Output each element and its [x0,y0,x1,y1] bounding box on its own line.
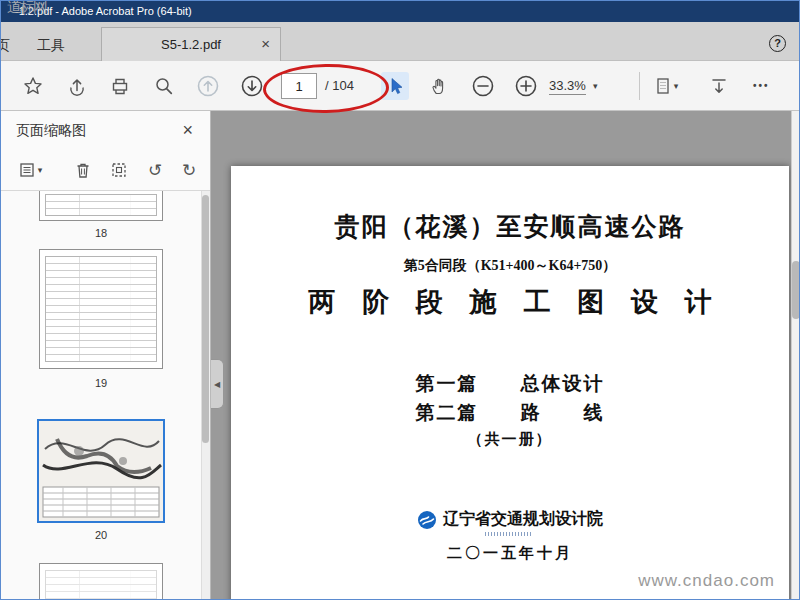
zoom-in-button[interactable] [512,72,540,100]
zoom-level-dropdown[interactable]: 33.3% ▾ [549,61,597,111]
chevron-down-icon: ▾ [38,165,43,175]
document-view: ◀ 贵阳（花溪）至安顺高速公路 第5合同段（K51+400～K64+750） 两… [211,111,800,600]
thumbnail-page-19[interactable] [39,249,163,369]
cursor-arrow-icon [385,76,405,96]
tab-tools[interactable]: 工具 [37,37,65,55]
zoom-out-button[interactable] [469,72,497,100]
thumbnail-options-button[interactable]: ▾ [13,158,47,182]
pdf-page[interactable]: 贵阳（花溪）至安顺高速公路 第5合同段（K51+400～K64+750） 两 阶… [231,166,789,600]
share-button[interactable] [63,72,91,100]
tab-document[interactable]: S5-1.2.pdf × [101,27,281,61]
tab-document-label: S5-1.2.pdf [161,37,221,52]
options-list-icon [18,160,38,180]
embed-thumbnails-button[interactable] [107,158,131,182]
window-title: -1.2.pdf - Adobe Acrobat Pro (64-bit) [15,5,192,17]
document-scrollbar-track[interactable] [791,111,800,600]
titlebar: -1.2.pdf - Adobe Acrobat Pro (64-bit) [1,1,799,22]
panel-header: 页面缩略图 × [1,111,210,149]
collapse-left-icon: ◀ [214,380,220,389]
more-tools-button[interactable]: ••• [753,61,770,111]
page-display-icon [654,76,674,96]
star-favorites-button[interactable] [19,72,47,100]
chevron-down-icon: ▾ [593,81,598,91]
next-page-button[interactable] [238,72,266,100]
scrolling-page-icon [709,76,729,96]
hand-tool-button[interactable] [425,72,453,100]
site-watermark-bottom: www.cndao.com [638,571,775,591]
tab-home-partial[interactable]: 页 [0,37,10,55]
acrobat-window: -1.2.pdf - Adobe Acrobat Pro (64-bit) 道标… [0,0,800,600]
tab-bar: 页 工具 S5-1.2.pdf × ? [1,22,799,61]
help-icon[interactable]: ? [769,35,786,52]
thumbnail-content [45,570,157,600]
institute-line: 辽宁省交通规划设计院 [231,509,789,530]
thumbnail-label-18: 18 [16,227,186,239]
tab-close-icon[interactable]: × [261,35,270,53]
design-stage-title: 两 阶 段 施 工 图 设 计 [231,284,789,320]
map-thumbnail-image [39,421,163,521]
panel-close-icon[interactable]: × [182,120,193,140]
institute-small-print [485,532,531,536]
document-date: 二〇一五年十月 [231,544,789,563]
thumbnail-content [45,194,157,216]
arrow-up-circle-icon [196,74,220,98]
thumbnail-content [45,256,157,362]
institute-name: 辽宁省交通规划设计院 [443,509,603,530]
page-number-input[interactable] [281,73,317,99]
printer-icon [110,76,130,96]
thumbnail-page-18[interactable] [39,191,163,221]
thumbnail-label-20: 20 [16,529,186,541]
hand-icon [429,76,449,96]
contract-section-line: 第5合同段（K51+400～K64+750） [231,257,789,275]
panel-collapse-handle[interactable]: ◀ [211,359,224,409]
panel-title: 页面缩略图 [16,122,86,138]
sidebar-scrollbar-thumb[interactable] [202,195,209,443]
panel-toolbar: ▾ ↺ ↻ [1,149,210,191]
frame-icon [109,160,129,180]
scrolling-mode-button[interactable] [705,72,733,100]
zoom-level-value: 33.3% [549,78,586,95]
institute-logo-icon [417,510,437,530]
volume1-line: 第一篇 总体设计 [231,371,789,397]
volume2-line: 第二篇 路 线 [231,400,789,426]
document-title: 贵阳（花溪）至安顺高速公路 [231,210,789,243]
share-upload-icon [67,76,87,96]
minus-circle-icon [471,74,495,98]
thumbnail-page-21-partial[interactable] [39,563,163,600]
thumbnail-page-20-selected[interactable] [37,419,165,523]
star-icon [23,76,43,96]
main-toolbar: / 104 33.3% ▾ [1,61,799,111]
toolbar-separator [639,72,640,100]
rotate-cw-icon[interactable]: ↻ [177,158,201,182]
print-button[interactable] [106,72,134,100]
previous-page-button[interactable] [194,72,222,100]
search-icon [154,76,174,96]
sidebar-scrollbar-track[interactable] [201,191,210,600]
rotate-ccw-icon[interactable]: ↺ [143,158,167,182]
thumbnail-label-19: 19 [16,377,186,389]
album-count-line: （共一册） [231,430,789,449]
arrow-down-circle-icon [240,74,264,98]
page-display-button[interactable]: ▾ [649,72,683,100]
select-tool-button[interactable] [381,72,409,100]
plus-circle-icon [514,74,538,98]
page-count-label: / 104 [325,61,354,111]
thumbnail-list: 18 19 20 [1,191,210,600]
trash-icon [73,160,93,180]
delete-pages-button[interactable] [71,158,95,182]
thumbnails-panel: 页面缩略图 × ▾ [1,111,211,600]
chevron-down-icon: ▾ [674,81,679,91]
search-button[interactable] [150,72,178,100]
document-scrollbar-thumb[interactable] [792,261,800,319]
